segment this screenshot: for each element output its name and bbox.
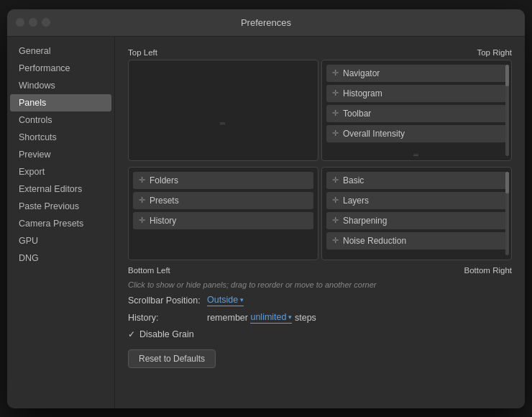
scrollbar-position-row: Scrollbar Position: Outside ▾ xyxy=(128,295,512,306)
top-corner-labels: Top Left Top Right xyxy=(128,48,512,57)
panel-label-histogram: Histogram xyxy=(343,88,382,98)
panel-label-noise-reduction: Noise Reduction xyxy=(343,236,406,246)
sidebar-item-camera-presets[interactable]: Camera Presets xyxy=(7,215,114,232)
panel-item-folders[interactable]: ✛ Folders xyxy=(133,172,313,189)
panel-item-history[interactable]: ✛ History xyxy=(133,212,313,229)
cross-icon-histogram: ✛ xyxy=(332,88,339,98)
sidebar-item-panels[interactable]: Panels xyxy=(10,94,111,111)
history-steps-dropdown[interactable]: unlimited ▾ xyxy=(250,312,292,324)
top-right-resize-handle[interactable]: ═ xyxy=(322,150,511,160)
settings-section: Click to show or hide panels; drag to re… xyxy=(128,280,512,368)
scrollbar-position-label: Scrollbar Position: xyxy=(128,295,207,306)
panel-item-noise-reduction[interactable]: ✛ Noise Reduction xyxy=(326,232,507,249)
scrollbar-position-value: Outside xyxy=(207,295,238,305)
panel-item-histogram[interactable]: ✛ Histogram xyxy=(326,85,507,102)
bottom-panels-grid: ✛ Folders ✛ Presets ✛ History xyxy=(128,167,512,260)
panel-item-layers[interactable]: ✛ Layers xyxy=(326,192,507,209)
panel-label-basic: Basic xyxy=(343,175,364,185)
titlebar: Preferences xyxy=(7,9,525,37)
cross-icon-overall-intensity: ✛ xyxy=(332,129,339,138)
window-title: Preferences xyxy=(241,17,291,28)
bottom-right-panel-inner: ✛ Basic ✛ Layers ✛ Sharpening ✛ xyxy=(322,168,511,257)
sidebar-item-dng[interactable]: DNG xyxy=(7,249,114,267)
sidebar-item-gpu[interactable]: GPU xyxy=(7,232,114,249)
bottom-left-panel-inner: ✛ Folders ✛ Presets ✛ History xyxy=(129,168,318,237)
bottom-right-label: Bottom Right xyxy=(464,266,512,275)
panel-label-toolbar: Toolbar xyxy=(343,109,371,119)
history-suffix: steps xyxy=(295,313,316,323)
bottom-left-label: Bottom Left xyxy=(128,266,170,275)
close-button[interactable] xyxy=(16,18,24,27)
panel-item-basic[interactable]: ✛ Basic xyxy=(326,172,507,189)
history-dropdown-arrow: ▾ xyxy=(288,313,292,321)
disable-grain-checkmark: ✓ xyxy=(128,329,135,339)
top-panels-grid: ═ ✛ Navigator ✛ Histogram ✛ xyxy=(128,60,512,161)
panel-label-layers: Layers xyxy=(343,196,369,206)
traffic-lights xyxy=(16,18,50,27)
cross-icon-sharpening: ✛ xyxy=(332,216,339,225)
scroll-thumb xyxy=(505,65,509,86)
cross-icon-toolbar: ✛ xyxy=(332,109,339,118)
panels-content: Top Left Top Right ═ ✛ Navigator xyxy=(115,37,525,408)
panel-label-presets: Presets xyxy=(150,196,179,206)
panel-item-toolbar[interactable]: ✛ Toolbar xyxy=(326,105,507,122)
top-left-panel-box: ═ xyxy=(128,60,318,161)
sidebar: General Performance Windows Panels Contr… xyxy=(7,37,115,408)
maximize-button[interactable] xyxy=(42,18,50,27)
cross-icon-basic: ✛ xyxy=(332,175,339,185)
panel-item-navigator[interactable]: ✛ Navigator xyxy=(326,65,507,82)
reset-defaults-button[interactable]: Reset to Defaults xyxy=(128,349,216,368)
panel-label-history: History xyxy=(150,216,176,226)
bottom-right-panel-box: ✛ Basic ✛ Layers ✛ Sharpening ✛ xyxy=(321,167,512,260)
bottom-corner-labels: Bottom Left Bottom Right xyxy=(128,266,512,275)
cross-icon-history: ✛ xyxy=(139,216,145,225)
top-right-scrollbar xyxy=(505,65,509,156)
sidebar-item-preview[interactable]: Preview xyxy=(7,146,114,163)
sidebar-item-paste-previous[interactable]: Paste Previous xyxy=(7,198,114,215)
history-label: History: xyxy=(128,313,207,323)
sidebar-item-controls[interactable]: Controls xyxy=(7,111,114,129)
bottom-left-panel-box: ✛ Folders ✛ Presets ✛ History xyxy=(128,167,318,260)
cross-icon-navigator: ✛ xyxy=(332,68,339,78)
cross-icon-folders: ✛ xyxy=(139,175,145,185)
top-right-panel-box: ✛ Navigator ✛ Histogram ✛ Toolbar ✛ xyxy=(321,60,512,161)
top-left-resize-handle[interactable]: ═ xyxy=(129,118,318,129)
history-steps-value: unlimited xyxy=(250,312,286,322)
cross-icon-layers: ✛ xyxy=(332,196,339,205)
top-left-label: Top Left xyxy=(128,48,157,57)
panel-item-sharpening[interactable]: ✛ Sharpening xyxy=(326,212,507,229)
top-right-label: Top Right xyxy=(477,48,512,57)
panels-hint: Click to show or hide panels; drag to re… xyxy=(128,280,512,289)
bottom-scroll-thumb xyxy=(505,172,509,193)
panel-label-navigator: Navigator xyxy=(343,68,380,78)
disable-grain-row: ✓ Disable Grain xyxy=(128,329,512,339)
panel-label-folders: Folders xyxy=(150,175,178,185)
cross-icon-noise-reduction: ✛ xyxy=(332,236,339,245)
top-right-panel-inner: ✛ Navigator ✛ Histogram ✛ Toolbar ✛ xyxy=(322,60,511,150)
sidebar-item-export[interactable]: Export xyxy=(7,163,114,180)
panel-item-overall-intensity[interactable]: ✛ Overall Intensity xyxy=(326,125,507,142)
history-prefix: remember xyxy=(207,313,248,323)
scrollbar-dropdown-arrow: ▾ xyxy=(240,296,244,303)
cross-icon-presets: ✛ xyxy=(139,196,145,205)
panel-label-sharpening: Sharpening xyxy=(343,216,387,226)
panel-label-overall-intensity: Overall Intensity xyxy=(343,129,405,139)
scrollbar-position-dropdown[interactable]: Outside ▾ xyxy=(207,295,244,306)
sidebar-item-performance[interactable]: Performance xyxy=(7,60,114,77)
history-row: History: remember unlimited ▾ steps xyxy=(128,312,512,324)
sidebar-item-windows[interactable]: Windows xyxy=(7,77,114,94)
main-content: General Performance Windows Panels Contr… xyxy=(7,37,525,408)
minimize-button[interactable] xyxy=(29,18,37,27)
sidebar-item-external-editors[interactable]: External Editors xyxy=(7,180,114,198)
panel-item-presets[interactable]: ✛ Presets xyxy=(133,192,313,209)
preferences-window: Preferences General Performance Windows … xyxy=(7,9,525,408)
bottom-right-scrollbar xyxy=(505,172,509,255)
sidebar-item-shortcuts[interactable]: Shortcuts xyxy=(7,129,114,146)
disable-grain-label: Disable Grain xyxy=(139,329,194,339)
sidebar-item-general[interactable]: General xyxy=(7,42,114,60)
